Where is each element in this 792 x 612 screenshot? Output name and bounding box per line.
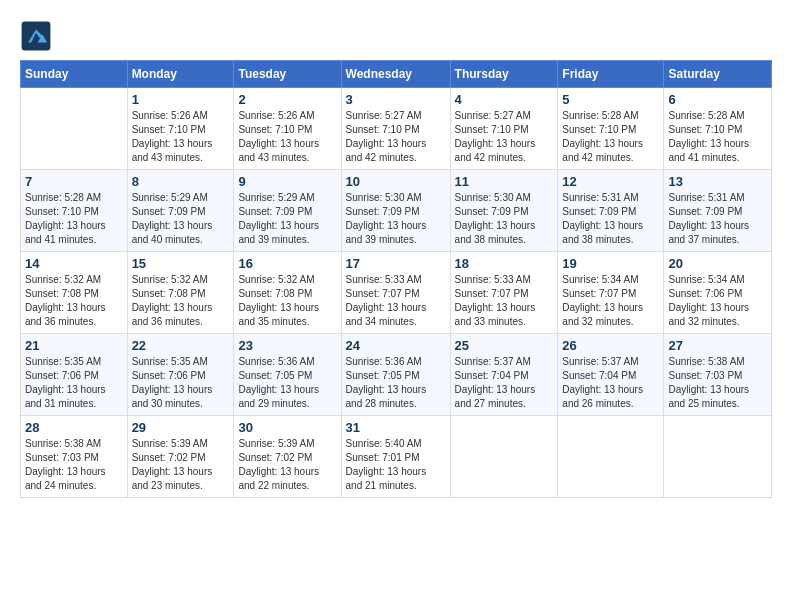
day-info: Sunrise: 5:28 AM Sunset: 7:10 PM Dayligh… bbox=[562, 109, 659, 165]
day-number: 23 bbox=[238, 338, 336, 353]
calendar-cell: 13Sunrise: 5:31 AM Sunset: 7:09 PM Dayli… bbox=[664, 170, 772, 252]
day-info: Sunrise: 5:32 AM Sunset: 7:08 PM Dayligh… bbox=[238, 273, 336, 329]
day-number: 30 bbox=[238, 420, 336, 435]
calendar-cell: 23Sunrise: 5:36 AM Sunset: 7:05 PM Dayli… bbox=[234, 334, 341, 416]
day-info: Sunrise: 5:36 AM Sunset: 7:05 PM Dayligh… bbox=[238, 355, 336, 411]
day-number: 2 bbox=[238, 92, 336, 107]
header-day: Friday bbox=[558, 61, 664, 88]
calendar-cell: 26Sunrise: 5:37 AM Sunset: 7:04 PM Dayli… bbox=[558, 334, 664, 416]
day-number: 26 bbox=[562, 338, 659, 353]
day-number: 6 bbox=[668, 92, 767, 107]
calendar-cell: 2Sunrise: 5:26 AM Sunset: 7:10 PM Daylig… bbox=[234, 88, 341, 170]
day-info: Sunrise: 5:37 AM Sunset: 7:04 PM Dayligh… bbox=[562, 355, 659, 411]
day-number: 4 bbox=[455, 92, 554, 107]
calendar-cell: 8Sunrise: 5:29 AM Sunset: 7:09 PM Daylig… bbox=[127, 170, 234, 252]
day-number: 29 bbox=[132, 420, 230, 435]
calendar-week: 7Sunrise: 5:28 AM Sunset: 7:10 PM Daylig… bbox=[21, 170, 772, 252]
day-info: Sunrise: 5:28 AM Sunset: 7:10 PM Dayligh… bbox=[25, 191, 123, 247]
day-info: Sunrise: 5:26 AM Sunset: 7:10 PM Dayligh… bbox=[238, 109, 336, 165]
day-info: Sunrise: 5:33 AM Sunset: 7:07 PM Dayligh… bbox=[455, 273, 554, 329]
svg-rect-0 bbox=[22, 22, 51, 51]
header-day: Wednesday bbox=[341, 61, 450, 88]
day-info: Sunrise: 5:29 AM Sunset: 7:09 PM Dayligh… bbox=[132, 191, 230, 247]
day-info: Sunrise: 5:31 AM Sunset: 7:09 PM Dayligh… bbox=[668, 191, 767, 247]
day-number: 10 bbox=[346, 174, 446, 189]
day-info: Sunrise: 5:27 AM Sunset: 7:10 PM Dayligh… bbox=[455, 109, 554, 165]
calendar-cell bbox=[558, 416, 664, 498]
day-info: Sunrise: 5:38 AM Sunset: 7:03 PM Dayligh… bbox=[668, 355, 767, 411]
day-info: Sunrise: 5:26 AM Sunset: 7:10 PM Dayligh… bbox=[132, 109, 230, 165]
day-info: Sunrise: 5:35 AM Sunset: 7:06 PM Dayligh… bbox=[25, 355, 123, 411]
day-info: Sunrise: 5:34 AM Sunset: 7:06 PM Dayligh… bbox=[668, 273, 767, 329]
day-number: 31 bbox=[346, 420, 446, 435]
day-number: 3 bbox=[346, 92, 446, 107]
day-info: Sunrise: 5:30 AM Sunset: 7:09 PM Dayligh… bbox=[346, 191, 446, 247]
day-info: Sunrise: 5:29 AM Sunset: 7:09 PM Dayligh… bbox=[238, 191, 336, 247]
day-info: Sunrise: 5:37 AM Sunset: 7:04 PM Dayligh… bbox=[455, 355, 554, 411]
calendar-cell: 6Sunrise: 5:28 AM Sunset: 7:10 PM Daylig… bbox=[664, 88, 772, 170]
calendar-cell bbox=[21, 88, 128, 170]
day-number: 5 bbox=[562, 92, 659, 107]
day-info: Sunrise: 5:38 AM Sunset: 7:03 PM Dayligh… bbox=[25, 437, 123, 493]
day-number: 17 bbox=[346, 256, 446, 271]
calendar-cell: 3Sunrise: 5:27 AM Sunset: 7:10 PM Daylig… bbox=[341, 88, 450, 170]
calendar-cell: 21Sunrise: 5:35 AM Sunset: 7:06 PM Dayli… bbox=[21, 334, 128, 416]
header-day: Monday bbox=[127, 61, 234, 88]
day-number: 15 bbox=[132, 256, 230, 271]
day-info: Sunrise: 5:40 AM Sunset: 7:01 PM Dayligh… bbox=[346, 437, 446, 493]
calendar-cell: 31Sunrise: 5:40 AM Sunset: 7:01 PM Dayli… bbox=[341, 416, 450, 498]
day-number: 12 bbox=[562, 174, 659, 189]
header-day: Tuesday bbox=[234, 61, 341, 88]
calendar-cell: 24Sunrise: 5:36 AM Sunset: 7:05 PM Dayli… bbox=[341, 334, 450, 416]
calendar-cell: 11Sunrise: 5:30 AM Sunset: 7:09 PM Dayli… bbox=[450, 170, 558, 252]
day-number: 13 bbox=[668, 174, 767, 189]
calendar-week: 14Sunrise: 5:32 AM Sunset: 7:08 PM Dayli… bbox=[21, 252, 772, 334]
calendar-cell: 14Sunrise: 5:32 AM Sunset: 7:08 PM Dayli… bbox=[21, 252, 128, 334]
calendar-cell: 10Sunrise: 5:30 AM Sunset: 7:09 PM Dayli… bbox=[341, 170, 450, 252]
calendar-cell: 7Sunrise: 5:28 AM Sunset: 7:10 PM Daylig… bbox=[21, 170, 128, 252]
day-number: 8 bbox=[132, 174, 230, 189]
day-number: 18 bbox=[455, 256, 554, 271]
calendar-cell: 18Sunrise: 5:33 AM Sunset: 7:07 PM Dayli… bbox=[450, 252, 558, 334]
calendar-cell bbox=[450, 416, 558, 498]
day-info: Sunrise: 5:28 AM Sunset: 7:10 PM Dayligh… bbox=[668, 109, 767, 165]
page-header bbox=[20, 20, 772, 52]
day-number: 21 bbox=[25, 338, 123, 353]
calendar-cell: 5Sunrise: 5:28 AM Sunset: 7:10 PM Daylig… bbox=[558, 88, 664, 170]
day-number: 20 bbox=[668, 256, 767, 271]
logo-icon bbox=[20, 20, 52, 52]
calendar-cell bbox=[664, 416, 772, 498]
day-info: Sunrise: 5:32 AM Sunset: 7:08 PM Dayligh… bbox=[132, 273, 230, 329]
calendar-body: 1Sunrise: 5:26 AM Sunset: 7:10 PM Daylig… bbox=[21, 88, 772, 498]
day-number: 7 bbox=[25, 174, 123, 189]
calendar-cell: 19Sunrise: 5:34 AM Sunset: 7:07 PM Dayli… bbox=[558, 252, 664, 334]
calendar-cell: 28Sunrise: 5:38 AM Sunset: 7:03 PM Dayli… bbox=[21, 416, 128, 498]
calendar-cell: 22Sunrise: 5:35 AM Sunset: 7:06 PM Dayli… bbox=[127, 334, 234, 416]
day-info: Sunrise: 5:35 AM Sunset: 7:06 PM Dayligh… bbox=[132, 355, 230, 411]
day-number: 22 bbox=[132, 338, 230, 353]
header-day: Thursday bbox=[450, 61, 558, 88]
calendar-cell: 30Sunrise: 5:39 AM Sunset: 7:02 PM Dayli… bbox=[234, 416, 341, 498]
calendar-week: 1Sunrise: 5:26 AM Sunset: 7:10 PM Daylig… bbox=[21, 88, 772, 170]
calendar-cell: 12Sunrise: 5:31 AM Sunset: 7:09 PM Dayli… bbox=[558, 170, 664, 252]
calendar-cell: 1Sunrise: 5:26 AM Sunset: 7:10 PM Daylig… bbox=[127, 88, 234, 170]
day-info: Sunrise: 5:39 AM Sunset: 7:02 PM Dayligh… bbox=[132, 437, 230, 493]
calendar-cell: 17Sunrise: 5:33 AM Sunset: 7:07 PM Dayli… bbox=[341, 252, 450, 334]
calendar-cell: 20Sunrise: 5:34 AM Sunset: 7:06 PM Dayli… bbox=[664, 252, 772, 334]
calendar-cell: 25Sunrise: 5:37 AM Sunset: 7:04 PM Dayli… bbox=[450, 334, 558, 416]
calendar-cell: 27Sunrise: 5:38 AM Sunset: 7:03 PM Dayli… bbox=[664, 334, 772, 416]
day-number: 24 bbox=[346, 338, 446, 353]
calendar-cell: 29Sunrise: 5:39 AM Sunset: 7:02 PM Dayli… bbox=[127, 416, 234, 498]
calendar-table: SundayMondayTuesdayWednesdayThursdayFrid… bbox=[20, 60, 772, 498]
calendar-cell: 4Sunrise: 5:27 AM Sunset: 7:10 PM Daylig… bbox=[450, 88, 558, 170]
day-number: 1 bbox=[132, 92, 230, 107]
calendar-week: 21Sunrise: 5:35 AM Sunset: 7:06 PM Dayli… bbox=[21, 334, 772, 416]
day-number: 25 bbox=[455, 338, 554, 353]
day-info: Sunrise: 5:31 AM Sunset: 7:09 PM Dayligh… bbox=[562, 191, 659, 247]
day-number: 11 bbox=[455, 174, 554, 189]
calendar-cell: 15Sunrise: 5:32 AM Sunset: 7:08 PM Dayli… bbox=[127, 252, 234, 334]
day-number: 14 bbox=[25, 256, 123, 271]
day-info: Sunrise: 5:33 AM Sunset: 7:07 PM Dayligh… bbox=[346, 273, 446, 329]
day-number: 27 bbox=[668, 338, 767, 353]
calendar-header: SundayMondayTuesdayWednesdayThursdayFrid… bbox=[21, 61, 772, 88]
